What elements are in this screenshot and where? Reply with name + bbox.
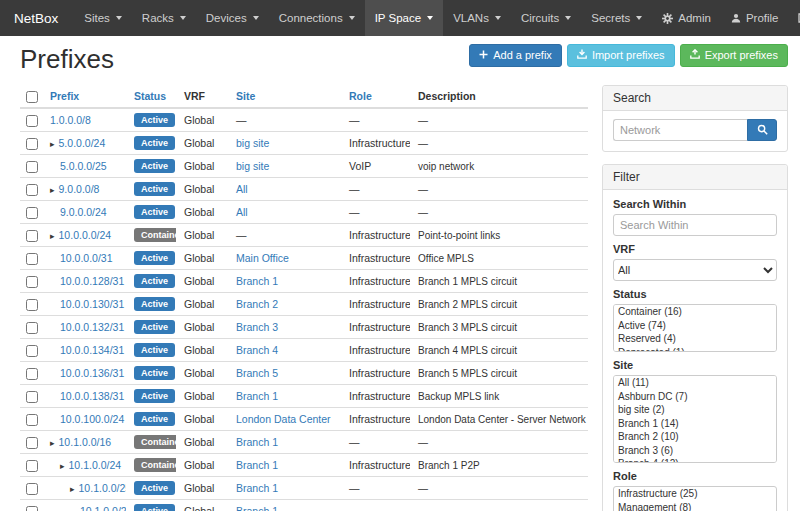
prefix-link[interactable]: 9.0.0.0/24 <box>60 206 107 218</box>
site-link[interactable]: Branch 3 <box>236 321 278 333</box>
prefix-link[interactable]: 1.0.0.0/8 <box>50 114 91 126</box>
filter-option[interactable]: Reserved (4) <box>614 332 776 346</box>
site-link[interactable]: Branch 1 <box>236 482 278 494</box>
column-header-link[interactable]: Status <box>134 90 166 102</box>
vrf-select[interactable]: All <box>613 259 777 281</box>
row-checkbox[interactable] <box>26 161 38 173</box>
prefix-link[interactable]: 10.0.0.138/31 <box>60 390 124 402</box>
search-input[interactable] <box>613 119 747 141</box>
site-link[interactable]: All <box>236 206 248 218</box>
status-cell: Active <box>126 108 176 132</box>
site-link[interactable]: Branch 4 <box>236 344 278 356</box>
prefix-link[interactable]: 10.0.0.130/31 <box>60 298 124 310</box>
site-link[interactable]: Branch 1 <box>236 436 278 448</box>
filter-option[interactable]: big site (2) <box>614 403 776 417</box>
description-cell: Branch 5 MPLS circuit <box>410 362 588 385</box>
site-link[interactable]: London Data Center <box>236 413 331 425</box>
row-checkbox[interactable] <box>26 184 38 196</box>
status-filter-listbox[interactable]: Container (16)Active (74)Reserved (4)Dep… <box>613 304 777 352</box>
column-header-link[interactable]: Role <box>349 90 372 102</box>
prefix-link[interactable]: 10.0.0.0/24 <box>59 229 112 241</box>
prefix-link[interactable]: 10.1.0.0/24 <box>69 459 122 471</box>
nav-item-devices[interactable]: Devices <box>196 0 269 36</box>
site-link[interactable]: Branch 2 <box>236 298 278 310</box>
search-within-input[interactable] <box>613 214 777 236</box>
prefix-link[interactable]: 10.0.0.132/31 <box>60 321 124 333</box>
row-checkbox[interactable] <box>26 299 38 311</box>
row-checkbox[interactable] <box>26 483 38 495</box>
checkbox-cell <box>20 339 42 362</box>
nav-item-secrets[interactable]: Secrets <box>581 0 652 36</box>
site-link[interactable]: Main Office <box>236 252 289 264</box>
row-checkbox[interactable] <box>26 138 38 150</box>
prefix-link[interactable]: 10.0.100.0/24 <box>60 413 124 425</box>
prefix-link[interactable]: 10.0.0.134/31 <box>60 344 124 356</box>
role-filter-listbox[interactable]: Infrastructure (25)Management (8)Private… <box>613 486 777 511</box>
row-checkbox[interactable] <box>26 230 38 242</box>
nav-item-sites[interactable]: Sites <box>74 0 132 36</box>
column-header-link[interactable]: Site <box>236 90 255 102</box>
filter-option[interactable]: Infrastructure (25) <box>614 487 776 501</box>
prefix-link[interactable]: 10.0.0.0/31 <box>60 252 113 264</box>
prefix-cell: 10.0.0.128/31 <box>42 270 126 293</box>
site-link[interactable]: Branch 1 <box>236 505 278 511</box>
prefix-link[interactable]: 10.1.0.0/26 <box>80 505 126 511</box>
app-logo[interactable]: NetBox <box>0 0 74 36</box>
row-checkbox[interactable] <box>26 322 38 334</box>
row-checkbox[interactable] <box>26 253 38 265</box>
export-prefixes-button[interactable]: Export prefixes <box>680 44 788 67</box>
site-link[interactable]: Branch 5 <box>236 367 278 379</box>
select-all-checkbox[interactable] <box>26 91 38 103</box>
row-checkbox[interactable] <box>26 414 38 426</box>
nav-item-circuits[interactable]: Circuits <box>511 0 581 36</box>
site-link[interactable]: Branch 1 <box>236 390 278 402</box>
row-checkbox[interactable] <box>26 437 38 449</box>
navbar-menu: SitesRacksDevicesConnectionsIP SpaceVLAN… <box>74 0 652 36</box>
row-checkbox[interactable] <box>26 207 38 219</box>
nav-item-logout[interactable]: Log out <box>788 0 800 36</box>
filter-option[interactable]: Branch 2 (10) <box>614 430 776 444</box>
filter-option[interactable]: Active (74) <box>614 319 776 333</box>
import-prefixes-button[interactable]: Import prefixes <box>567 44 675 67</box>
site-link[interactable]: big site <box>236 160 269 172</box>
site-link[interactable]: Branch 1 <box>236 275 278 287</box>
nav-item-racks[interactable]: Racks <box>132 0 196 36</box>
nav-item-admin[interactable]: Admin <box>652 0 721 36</box>
filter-option[interactable]: Management (8) <box>614 501 776 511</box>
add-prefix-button[interactable]: Add a prefix <box>469 44 562 67</box>
prefix-link[interactable]: 5.0.0.0/25 <box>60 160 107 172</box>
filter-option[interactable]: Container (16) <box>614 305 776 319</box>
chevron-down-icon <box>116 16 122 20</box>
row-checkbox[interactable] <box>26 391 38 403</box>
role-cell: Infrastructure <box>341 408 410 431</box>
row-checkbox[interactable] <box>26 506 38 511</box>
row-checkbox[interactable] <box>26 115 38 127</box>
row-checkbox[interactable] <box>26 460 38 472</box>
prefix-link[interactable]: 10.0.0.136/31 <box>60 367 124 379</box>
site-filter-listbox[interactable]: All (11)Ashburn DC (7)big site (2)Branch… <box>613 375 777 463</box>
nav-item-vlans[interactable]: VLANs <box>443 0 511 36</box>
filter-option[interactable]: Branch 4 (12) <box>614 457 776 463</box>
nav-item-profile[interactable]: Profile <box>721 0 789 36</box>
row-checkbox[interactable] <box>26 345 38 357</box>
row-checkbox[interactable] <box>26 368 38 380</box>
filter-option[interactable]: Branch 3 (6) <box>614 444 776 458</box>
row-checkbox[interactable] <box>26 276 38 288</box>
column-header-link[interactable]: Prefix <box>50 90 79 102</box>
prefix-link[interactable]: 10.0.0.128/31 <box>60 275 124 287</box>
nav-item-ip-space[interactable]: IP Space <box>365 0 443 36</box>
prefix-link[interactable]: 9.0.0.0/8 <box>59 183 100 195</box>
filter-option[interactable]: Ashburn DC (7) <box>614 390 776 404</box>
search-button[interactable] <box>747 119 777 141</box>
nav-item-connections[interactable]: Connections <box>269 0 365 36</box>
filter-option[interactable]: Branch 1 (14) <box>614 417 776 431</box>
site-link[interactable]: Branch 1 <box>236 459 278 471</box>
prefix-link[interactable]: 5.0.0.0/24 <box>59 137 106 149</box>
site-link[interactable]: All <box>236 183 248 195</box>
table-row: 10.0.0.130/31ActiveGlobalBranch 2Infrast… <box>20 293 588 316</box>
prefix-link[interactable]: 10.1.0.0/16 <box>59 436 112 448</box>
filter-option[interactable]: Deprecated (1) <box>614 346 776 353</box>
prefix-link[interactable]: 10.1.0.0/25 <box>79 482 126 494</box>
site-link[interactable]: big site <box>236 137 269 149</box>
filter-option[interactable]: All (11) <box>614 376 776 390</box>
